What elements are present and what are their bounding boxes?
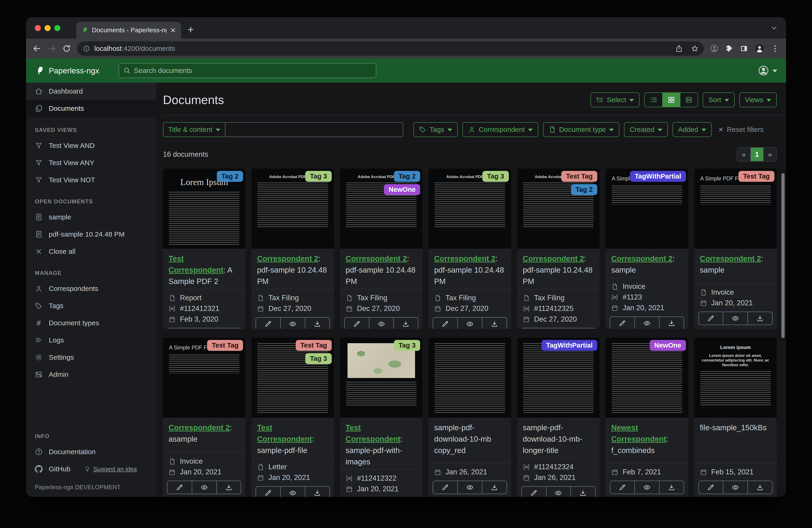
correspondent-link[interactable]: Test Correspondent (346, 423, 401, 443)
document-title[interactable]: Correspondent 2: pdf-sample 10.24.48 PM (523, 253, 594, 287)
document-thumbnail[interactable]: A Simple PDF File Test Tag (694, 169, 777, 249)
browser-avatar-icon[interactable] (754, 43, 765, 54)
download-button[interactable] (748, 312, 772, 325)
download-button[interactable] (570, 328, 595, 329)
document-title[interactable]: Correspondent 2: asample (169, 422, 240, 445)
document-thumbnail[interactable]: Adobe Acrobat PDF Files Test TagTag 2 (517, 169, 599, 249)
reset-filters-button[interactable]: ✕ Reset filters (718, 126, 764, 133)
sidebar-item-logs[interactable]: Logs (26, 331, 156, 349)
select-button[interactable]: Select (591, 92, 639, 107)
document-thumbnail[interactable]: Lorem ipsum Lorem ipsum dolor sit amet, … (694, 338, 777, 418)
share-icon[interactable] (675, 45, 683, 53)
preview-button[interactable] (546, 487, 570, 497)
document-thumbnail[interactable]: Adobe Acrobat PDF Files Tag 3 (251, 169, 334, 249)
correspondent-link[interactable]: Correspondent 2 (169, 423, 230, 432)
tag-badge[interactable]: Test Tag (296, 340, 332, 351)
preview-button[interactable] (280, 318, 305, 329)
tag-badge[interactable]: Tag 3 (305, 171, 332, 182)
edit-button[interactable] (168, 481, 192, 494)
sidebar-item-dashboard[interactable]: Dashboard (26, 83, 156, 100)
document-thumbnail[interactable]: A Simple PDF File Test Tag (163, 338, 245, 418)
edit-button[interactable] (699, 312, 723, 325)
sidebar-item-documentation[interactable]: Documentation (26, 443, 156, 460)
page-next-button[interactable]: » (763, 148, 776, 161)
document-title[interactable]: Correspondent 2: sample (700, 253, 771, 276)
filter-correspondent-button[interactable]: Correspondent (462, 122, 538, 137)
sidebar-item-pdf-sample-10-24-48-pm[interactable]: pdf-sample 10.24.48 PM (26, 226, 156, 243)
edit-button[interactable] (522, 328, 546, 329)
side-panel-icon[interactable] (740, 44, 749, 53)
page-current[interactable]: 1 (750, 148, 763, 161)
correspondent-link[interactable]: Correspondent 2 (434, 254, 495, 263)
preview-button[interactable] (723, 312, 748, 325)
download-button[interactable] (570, 487, 595, 497)
tag-badge[interactable]: NewOne (650, 340, 686, 351)
document-thumbnail[interactable]: Test TagTag 3 (251, 338, 334, 418)
edit-button[interactable] (610, 481, 635, 494)
sidebar-item-test-view-and[interactable]: Test View AND (26, 137, 156, 154)
document-thumbnail[interactable] (429, 338, 511, 418)
back-icon[interactable] (32, 44, 41, 53)
preview-button[interactable] (635, 481, 659, 494)
download-button[interactable] (748, 481, 772, 494)
minimize-window-button[interactable] (45, 25, 50, 31)
correspondent-link[interactable]: Newest Correspondent (611, 423, 666, 443)
download-button[interactable] (305, 487, 329, 497)
edit-button[interactable] (168, 328, 192, 329)
edit-button[interactable] (522, 487, 546, 497)
filter-tags-button[interactable]: Tags (414, 122, 458, 137)
tag-badge[interactable]: Test Tag (561, 171, 597, 182)
sidebar-item-sample[interactable]: sample (26, 209, 156, 226)
preview-button[interactable] (546, 328, 570, 329)
sidebar-item-close-all[interactable]: Close all (26, 243, 156, 260)
reload-icon[interactable] (62, 44, 71, 53)
forward-icon[interactable] (47, 44, 56, 53)
edit-button[interactable] (610, 317, 635, 329)
download-button[interactable] (482, 481, 507, 494)
download-button[interactable] (482, 318, 507, 329)
document-title[interactable]: Correspondent 2: pdf-sample 10.24.48 PM (346, 253, 417, 287)
preview-button[interactable] (369, 318, 393, 329)
view-list-button[interactable] (644, 93, 662, 107)
tag-badge[interactable]: TagWithPartial (630, 171, 686, 182)
filter-document-type-button[interactable]: Document type (543, 122, 620, 137)
kebab-menu-icon[interactable] (771, 44, 780, 53)
download-button[interactable] (305, 318, 329, 329)
preview-button[interactable] (192, 481, 216, 494)
url-text[interactable]: localhost:4200/documents (94, 45, 669, 53)
bookmark-star-icon[interactable] (691, 45, 699, 53)
document-thumbnail[interactable]: Lorem Ipsum Tag 2 (163, 169, 245, 249)
correspondent-link[interactable]: Correspondent 2 (346, 254, 407, 263)
document-title[interactable]: Test Correspondent: A Sample PDF 2 (169, 253, 240, 287)
download-button[interactable] (659, 317, 684, 329)
filter-added-button[interactable]: Added (672, 122, 712, 137)
download-button[interactable] (216, 481, 241, 494)
tab-close-icon[interactable]: ✕ (170, 26, 176, 34)
edit-button[interactable] (345, 318, 369, 329)
preview-button[interactable] (192, 328, 216, 329)
maximize-window-button[interactable] (54, 25, 60, 31)
edit-button[interactable] (256, 318, 280, 329)
sidebar-item-admin[interactable]: Admin (26, 366, 156, 383)
sidebar-item-test-view-any[interactable]: Test View ANY (26, 154, 156, 171)
preview-button[interactable] (280, 487, 305, 497)
tag-badge[interactable]: Tag 2 (217, 171, 243, 182)
correspondent-link[interactable]: Test Correspondent (257, 423, 312, 443)
sidebar-item-document-types[interactable]: #Document types (26, 314, 156, 331)
correspondent-link[interactable]: Correspondent 2 (611, 254, 672, 263)
document-title[interactable]: Test Correspondent: sample-pdf-file (257, 422, 328, 456)
tag-badge[interactable]: Tag 2 (394, 171, 420, 182)
tag-badge[interactable]: Tag 2 (571, 184, 597, 195)
tag-badge[interactable]: Test Tag (738, 171, 774, 182)
suggest-an-idea-link[interactable]: Suggest an idea (84, 466, 137, 473)
sidebar-item-correspondents[interactable]: Correspondents (26, 280, 156, 297)
download-button[interactable] (659, 481, 684, 494)
edit-button[interactable] (256, 487, 280, 497)
tag-badge[interactable]: Tag 3 (482, 171, 509, 182)
document-thumbnail[interactable]: Adobe Acrobat PDF Files Tag 2NewOne (340, 169, 422, 249)
preview-button[interactable] (723, 481, 748, 494)
document-title[interactable]: Correspondent 2: pdf-sample 10.24.48 PM (434, 253, 505, 287)
page-prev-button[interactable]: « (737, 148, 750, 161)
view-detail-button[interactable] (680, 93, 698, 107)
document-title[interactable]: Newest Correspondent: f_combineds (611, 422, 682, 456)
